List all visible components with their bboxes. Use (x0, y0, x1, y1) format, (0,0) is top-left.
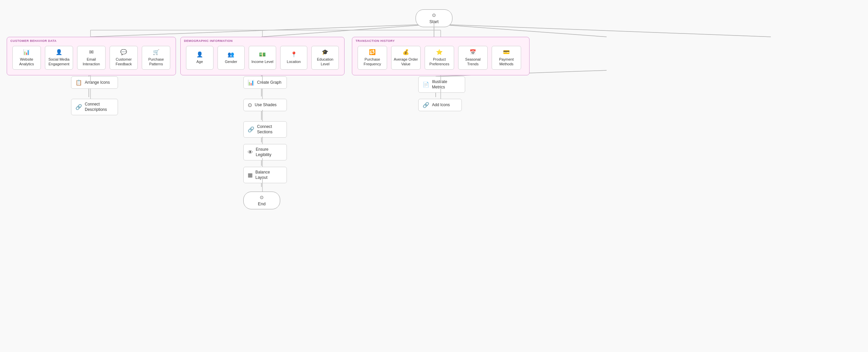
person-icon: 👤 (196, 52, 203, 57)
connect-sections-label: ConnectSections (257, 124, 273, 135)
item-website-analytics[interactable]: 📊 WebsiteAnalytics (12, 46, 41, 70)
email-icon: ✉ (89, 50, 93, 55)
illustrate-metrics-label: IllustrateMetrics (432, 79, 447, 90)
item-gender-label: Gender (225, 59, 237, 64)
item-location-label: Location (287, 59, 301, 64)
arrange-icons-node[interactable]: 📋 Arrange Icons (71, 76, 118, 89)
item-age-label: Age (196, 59, 203, 64)
connect-descriptions-node[interactable]: 🔗 ConnectDescriptions (71, 99, 118, 115)
canvas: ⊙ Start CUSTOMER BEHAVIOR DATA 📊 Website… (0, 0, 868, 352)
group-customer-behavior-label: CUSTOMER BEHAVIOR DATA (10, 39, 57, 42)
item-purchase-patterns-label: PurchasePatterns (148, 57, 163, 67)
item-income-level[interactable]: 💵 Income Level (249, 46, 276, 70)
item-product-preferences-label: ProductPreferences (429, 57, 449, 67)
connect-sections-icon: 🔗 (248, 126, 254, 133)
ensure-legibility-label: EnsureLegibility (256, 147, 272, 157)
arrange-icon: 📋 (75, 79, 82, 86)
svg-line-4 (434, 24, 771, 37)
use-shades-node[interactable]: ⊙ Use Shades (243, 99, 287, 111)
item-location[interactable]: 📍 Location (280, 46, 308, 70)
item-average-order-value-label: Average OrderValue (394, 57, 418, 67)
balance-layout-node[interactable]: ▦ Balance Layout (243, 167, 287, 183)
start-icon: ⊙ (432, 12, 436, 18)
item-education-level[interactable]: 🎓 EducationLevel (311, 46, 339, 70)
group-transaction-items: 🔁 PurchaseFrequency 💰 Average OrderValue… (358, 46, 524, 70)
group-demographic-items: 👤 Age 👥 Gender 💵 Income Level 📍 Location… (186, 46, 339, 70)
star-icon: ⭐ (436, 50, 443, 55)
item-gender[interactable]: 👥 Gender (217, 46, 245, 70)
item-average-order-value[interactable]: 💰 Average OrderValue (391, 46, 421, 70)
item-purchase-patterns[interactable]: 🛒 PurchasePatterns (142, 46, 170, 70)
create-graph-node[interactable]: 📊 Create Graph (243, 76, 287, 89)
education-icon: 🎓 (322, 50, 329, 55)
money-icon: 💵 (259, 52, 266, 57)
cart-icon: 🛒 (153, 50, 159, 55)
item-purchase-frequency[interactable]: 🔁 PurchaseFrequency (358, 46, 387, 70)
item-seasonal-trends-label: SeasonalTrends (465, 57, 480, 67)
add-icons-label: Add Icons (432, 102, 450, 108)
item-age[interactable]: 👤 Age (186, 46, 214, 70)
connect-desc-icon: 🔗 (75, 104, 82, 110)
order-value-icon: 💰 (403, 50, 409, 55)
end-label: End (258, 201, 266, 206)
feedback-icon: 💬 (120, 50, 127, 55)
item-income-level-label: Income Level (251, 59, 273, 64)
calendar-icon: 📅 (469, 50, 476, 55)
group-demographic-label: DEMOGRAPHIC INFORMATION (184, 39, 232, 42)
end-node: ⊙ End (243, 192, 280, 209)
legibility-icon: 👁 (248, 149, 253, 155)
start-node: ⊙ Start (415, 9, 453, 27)
balance-icon: ▦ (248, 172, 253, 178)
item-social-media-label: Social MediaEngagement (48, 57, 69, 67)
gender-icon: 👥 (227, 52, 234, 57)
social-icon: 👤 (56, 50, 62, 55)
group-transaction-label: TRANSACTION HISTORY (355, 39, 395, 42)
group-transaction: TRANSACTION HISTORY 🔁 PurchaseFrequency … (352, 37, 529, 75)
item-social-media[interactable]: 👤 Social MediaEngagement (45, 46, 73, 70)
use-shades-label: Use Shades (255, 102, 277, 108)
create-graph-label: Create Graph (257, 80, 281, 86)
item-seasonal-trends[interactable]: 📅 SeasonalTrends (458, 46, 488, 70)
item-product-preferences[interactable]: ⭐ ProductPreferences (425, 46, 454, 70)
item-email-interaction[interactable]: ✉ EmailInteraction (77, 46, 105, 70)
group-demographic: DEMOGRAPHIC INFORMATION 👤 Age 👥 Gender 💵… (180, 37, 344, 75)
item-customer-feedback[interactable]: 💬 CustomerFeedback (110, 46, 138, 70)
svg-line-1 (261, 24, 434, 37)
item-payment-methods-label: PaymentMethods (499, 57, 514, 67)
item-education-level-label: EducationLevel (317, 57, 334, 67)
add-icons-icon: 🔗 (423, 102, 429, 108)
item-purchase-frequency-label: PurchaseFrequency (364, 57, 381, 67)
item-email-interaction-label: EmailInteraction (83, 57, 100, 67)
connect-sections-node[interactable]: 🔗 ConnectSections (243, 121, 287, 138)
connect-descriptions-label: ConnectDescriptions (85, 102, 107, 112)
item-customer-feedback-label: CustomerFeedback (116, 57, 132, 67)
svg-line-0 (91, 24, 434, 37)
group-customer-behavior-items: 📊 WebsiteAnalytics 👤 Social MediaEngagem… (12, 46, 170, 70)
item-payment-methods[interactable]: 💳 PaymentMethods (492, 46, 521, 70)
end-icon: ⊙ (260, 195, 264, 200)
graph-icon: 📊 (248, 79, 254, 86)
start-label: Start (429, 19, 438, 24)
shades-icon: ⊙ (248, 102, 252, 108)
frequency-icon: 🔁 (369, 50, 376, 55)
add-icons-node[interactable]: 🔗 Add Icons (418, 99, 462, 111)
arrange-icons-label: Arrange Icons (85, 80, 110, 86)
item-website-analytics-label: WebsiteAnalytics (19, 57, 34, 67)
group-customer-behavior: CUSTOMER BEHAVIOR DATA 📊 WebsiteAnalytic… (7, 37, 176, 75)
ensure-legibility-node[interactable]: 👁 EnsureLegibility (243, 144, 287, 160)
illustrate-metrics-node[interactable]: 📄 IllustrateMetrics (418, 76, 465, 93)
svg-line-3 (434, 24, 607, 37)
metrics-icon: 📄 (423, 82, 429, 88)
chart-icon: 📊 (23, 50, 30, 55)
payment-icon: 💳 (503, 50, 510, 55)
balance-layout-label: Balance Layout (255, 170, 282, 180)
location-icon: 📍 (290, 52, 297, 57)
